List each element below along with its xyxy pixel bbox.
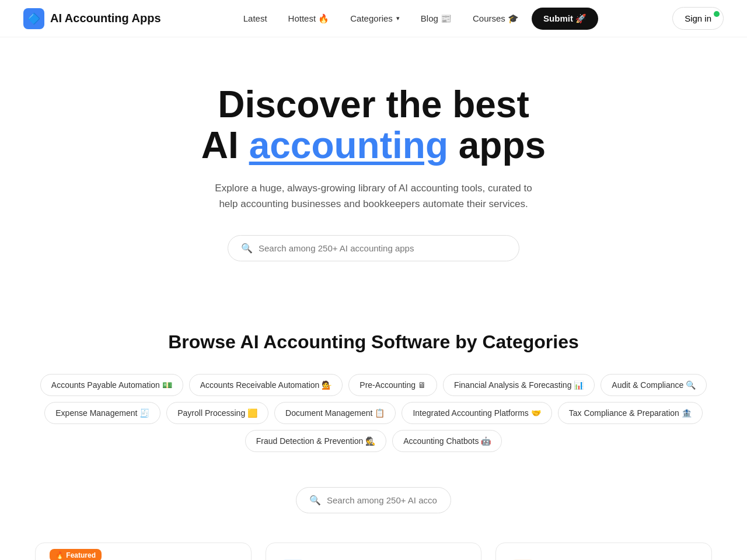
category-integrated-platforms[interactable]: Integrated Accounting Platforms 🤝 [402, 402, 551, 424]
signin-button[interactable]: Sign in [672, 7, 724, 30]
category-fraud-detection[interactable]: Fraud Detection & Prevention 🕵 [245, 430, 387, 452]
second-search-input[interactable] [327, 495, 438, 505]
nav-links: Latest Hottest 🔥 Categories ▾ Blog 📰 Cou… [235, 8, 598, 30]
category-accounts-receivable[interactable]: Accounts Receivable Automation 💁 [189, 374, 343, 396]
online-indicator [714, 11, 720, 17]
categories-grid: Accounts Payable Automation 💵 Accounts R… [35, 374, 712, 452]
category-expense-management[interactable]: Expense Management 🧾 [44, 402, 160, 424]
submit-button[interactable]: Submit 🚀 [532, 8, 598, 30]
hero-accent-word: accounting [249, 124, 448, 166]
category-audit-compliance[interactable]: Audit & Compliance 🔍 [601, 374, 707, 396]
hero-search-bar: 🔍 [228, 235, 519, 261]
card-vic-ai: 💙 Vic.ai [266, 542, 482, 560]
categories-section: Browse AI Accounting Software by Categor… [0, 296, 747, 470]
category-financial-analysis[interactable]: Financial Analysis & Forecasting 📊 [443, 374, 595, 396]
card-tipalti: 🟧 Tipalti [495, 542, 712, 560]
featured-badge: 🔥 Featured [50, 549, 102, 560]
hero-search-input[interactable] [259, 243, 506, 253]
category-document-management[interactable]: Document Management 📋 [274, 402, 396, 424]
second-search-bar: 🔍 [296, 487, 451, 513]
category-tax-compliance[interactable]: Tax Compliance & Preparation 🏦 [558, 402, 703, 424]
cards-grid: 🔥 Featured 🧑‍💼 InvoiceGPT 💙 Vic.ai [35, 542, 712, 560]
category-pre-accounting[interactable]: Pre-Accounting 🖥 [348, 374, 437, 396]
categories-title: Browse AI Accounting Software by Categor… [23, 331, 724, 353]
category-chatbots[interactable]: Accounting Chatbots 🤖 [392, 430, 502, 452]
logo-link[interactable]: 🔷 AI Accounting Apps [23, 8, 161, 29]
nav-courses[interactable]: Courses 🎓 [465, 9, 527, 29]
hero-section: Discover the best AI accounting apps Exp… [0, 37, 747, 296]
category-payroll[interactable]: Payroll Processing 🟨 [166, 402, 268, 424]
hero-subtitle: Explore a huge, always-growing library o… [210, 180, 537, 212]
hero-title: Discover the best AI accounting apps [12, 84, 735, 166]
category-accounts-payable[interactable]: Accounts Payable Automation 💵 [40, 374, 183, 396]
nav-right: Sign in [672, 7, 724, 30]
navbar: 🔷 AI Accounting Apps Latest Hottest 🔥 Ca… [0, 0, 747, 37]
second-search-section: 🔍 [0, 470, 747, 542]
search-icon: 🔍 [241, 243, 253, 254]
nav-latest[interactable]: Latest [235, 9, 275, 28]
nav-hottest[interactable]: Hottest 🔥 [280, 9, 338, 29]
logo-icon: 🔷 [23, 8, 44, 29]
nav-blog[interactable]: Blog 📰 [413, 9, 460, 29]
chevron-down-icon: ▾ [396, 15, 400, 22]
search-icon-2: 🔍 [309, 495, 321, 506]
logo-text: AI Accounting Apps [50, 12, 161, 25]
card-invoicegpt: 🔥 Featured 🧑‍💼 InvoiceGPT [35, 542, 252, 560]
cards-section: 🔥 Featured 🧑‍💼 InvoiceGPT 💙 Vic.ai [0, 542, 747, 560]
nav-categories[interactable]: Categories ▾ [342, 9, 408, 28]
